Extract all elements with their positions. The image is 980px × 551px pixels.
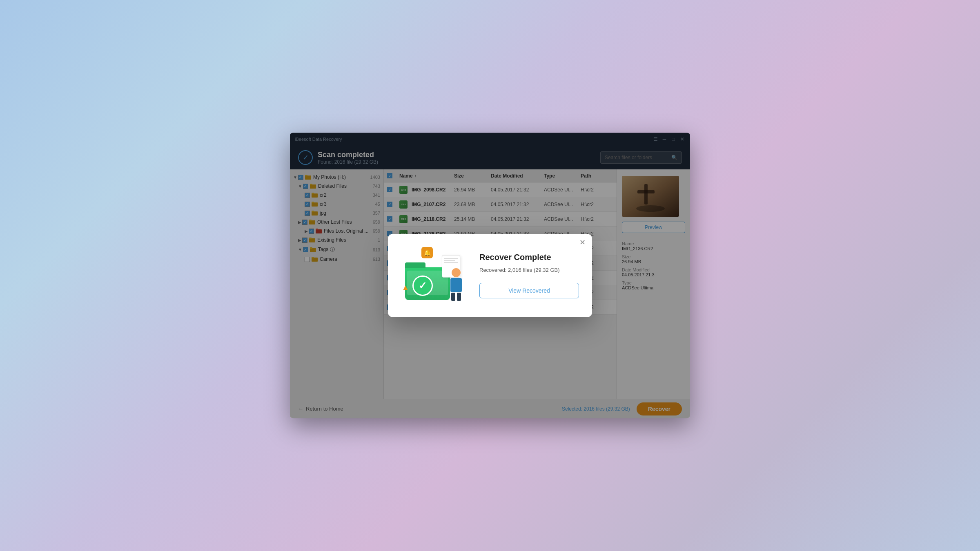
check-badge: ✓ [412, 276, 433, 296]
person-illustration [448, 268, 464, 301]
notification-icon: 🔔 [421, 247, 433, 258]
modal-close-button[interactable]: ✕ [579, 239, 586, 246]
recover-complete-modal: ✕ 🔔 ✓ ▲ [388, 234, 592, 317]
modal-description: Recovered: 2,016 files (29.32 GB) [479, 267, 579, 273]
modal-content: Recover Complete Recovered: 2,016 files … [479, 253, 579, 298]
modal-title: Recover Complete [479, 253, 579, 262]
modal-illustration: 🔔 ✓ ▲ [401, 247, 466, 304]
modal-overlay: ✕ 🔔 ✓ ▲ [290, 133, 690, 418]
arrow-up-icon: ▲ [402, 283, 409, 292]
view-recovered-button[interactable]: View Recovered [479, 283, 579, 298]
app-window: iBeesoft Data Recovery ☰ ─ □ ✕ ✓ Scan co… [290, 133, 690, 418]
